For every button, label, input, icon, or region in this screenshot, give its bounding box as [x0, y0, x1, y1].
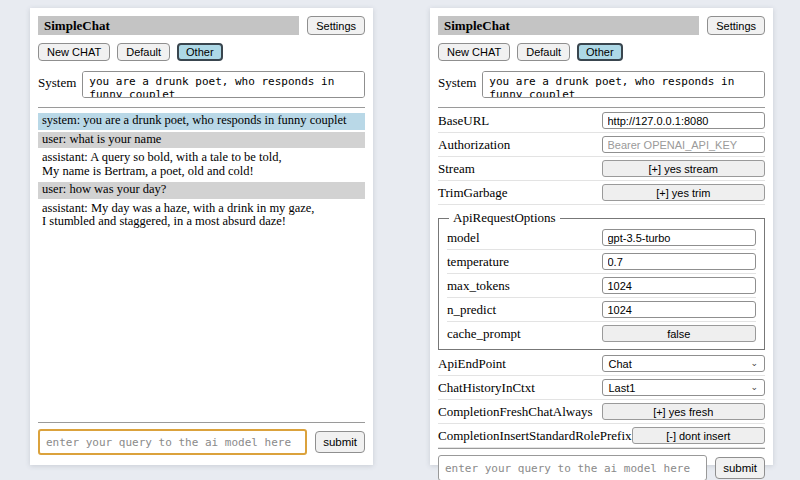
stream-toggle-button[interactable]: [+] yes stream	[602, 160, 766, 177]
divider	[38, 107, 365, 108]
authorization-label: Authorization	[438, 137, 510, 153]
app-title: SimpleChat	[438, 16, 699, 35]
cache-prompt-toggle-button[interactable]: false	[602, 325, 757, 342]
trimgarbage-toggle-button[interactable]: [+] yes trim	[602, 184, 766, 201]
setting-row-completion-insert: CompletionInsertStandardRolePrefix [-] d…	[438, 424, 765, 448]
divider	[438, 107, 765, 108]
divider	[438, 448, 765, 449]
setting-row-n-predict: n_predict	[447, 298, 756, 322]
temperature-input[interactable]	[602, 253, 757, 270]
setting-row-chat-history-in-ctxt: ChatHistoryInCtxt Last1 ⌄	[438, 376, 765, 400]
settings-form: BaseURL Authorization Stream [+] yes str…	[438, 109, 765, 448]
settings-button[interactable]: Settings	[307, 16, 365, 35]
query-input[interactable]	[438, 455, 707, 480]
query-row: submit	[438, 455, 765, 480]
chat-message-assistant: assistant: A query so bold, with a tale …	[38, 150, 365, 180]
chat-toolbar: New CHAT Default Other	[438, 43, 765, 61]
completion-fresh-label: CompletionFreshChatAlways	[438, 404, 593, 420]
system-prompt-row: System you are a drunk poet, who respond…	[438, 71, 765, 98]
chat-footer: submit	[438, 448, 765, 480]
stream-label: Stream	[438, 161, 475, 177]
submit-button[interactable]: submit	[315, 431, 365, 453]
api-endpoint-select[interactable]: Chat ⌄	[602, 355, 766, 372]
chat-messages: system: you are a drunk poet, who respon…	[38, 113, 365, 233]
completion-insert-label: CompletionInsertStandardRolePrefix	[438, 428, 632, 444]
completion-insert-toggle-button[interactable]: [-] dont insert	[632, 427, 765, 444]
chat-tab-default[interactable]: Default	[117, 43, 170, 61]
chat-toolbar: New CHAT Default Other	[38, 43, 365, 61]
setting-row-max-tokens: max_tokens	[447, 274, 756, 298]
api-request-options-group: ApiRequestOptions model temperature max_…	[438, 210, 765, 350]
settings-button[interactable]: Settings	[707, 16, 765, 35]
chat-history-in-ctxt-label: ChatHistoryInCtxt	[438, 380, 535, 396]
n-predict-label: n_predict	[447, 302, 496, 318]
chat-tab-other[interactable]: Other	[177, 43, 223, 61]
titlebar: SimpleChat Settings	[38, 16, 365, 35]
setting-row-authorization: Authorization	[438, 133, 765, 157]
cache-prompt-label: cache_prompt	[447, 326, 521, 342]
chevron-down-icon: ⌄	[750, 383, 758, 392]
chat-message-user: user: what is your name	[38, 132, 365, 149]
chat-message-assistant: assistant: My day was a haze, with a dri…	[38, 201, 365, 231]
api-request-options-legend: ApiRequestOptions	[449, 210, 560, 226]
new-chat-button[interactable]: New CHAT	[38, 43, 110, 61]
setting-row-model: model	[447, 226, 756, 250]
query-row: submit	[38, 429, 365, 457]
model-label: model	[447, 230, 480, 246]
trimgarbage-label: TrimGarbage	[438, 185, 508, 201]
chat-footer: submit	[38, 422, 365, 457]
setting-row-temperature: temperature	[447, 250, 756, 274]
setting-row-api-endpoint: ApiEndPoint Chat ⌄	[438, 352, 765, 376]
chat-panel: SimpleChat Settings New CHAT Default Oth…	[30, 8, 373, 465]
system-prompt-row: System you are a drunk poet, who respond…	[38, 71, 365, 98]
system-prompt-input[interactable]: you are a drunk poet, who responds in fu…	[482, 71, 765, 98]
setting-row-trimgarbage: TrimGarbage [+] yes trim	[438, 181, 765, 205]
chevron-down-icon: ⌄	[750, 359, 758, 368]
authorization-input[interactable]	[602, 136, 766, 153]
submit-button[interactable]: submit	[715, 457, 765, 479]
chat-history-in-ctxt-select[interactable]: Last1 ⌄	[602, 379, 766, 396]
baseurl-label: BaseURL	[438, 113, 489, 129]
setting-row-completion-fresh: CompletionFreshChatAlways [+] yes fresh	[438, 400, 765, 424]
max-tokens-label: max_tokens	[447, 278, 510, 294]
divider	[38, 422, 365, 423]
system-label: System	[38, 71, 76, 91]
baseurl-input[interactable]	[602, 112, 766, 129]
setting-row-baseurl: BaseURL	[438, 109, 765, 133]
system-label: System	[438, 71, 476, 91]
system-prompt-input[interactable]: you are a drunk poet, who responds in fu…	[82, 71, 365, 98]
chat-message-user: user: how was your day?	[38, 182, 365, 199]
setting-row-stream: Stream [+] yes stream	[438, 157, 765, 181]
titlebar: SimpleChat Settings	[438, 16, 765, 35]
api-endpoint-selected-value: Chat	[609, 358, 632, 370]
chat-tab-other[interactable]: Other	[577, 43, 623, 61]
app-title: SimpleChat	[38, 16, 299, 35]
model-input[interactable]	[602, 229, 757, 246]
chat-message-system: system: you are a drunk poet, who respon…	[38, 113, 365, 130]
new-chat-button[interactable]: New CHAT	[438, 43, 510, 61]
n-predict-input[interactable]	[602, 301, 757, 318]
chat-history-selected-value: Last1	[609, 382, 636, 394]
completion-fresh-toggle-button[interactable]: [+] yes fresh	[602, 403, 766, 420]
api-endpoint-label: ApiEndPoint	[438, 356, 506, 372]
query-input[interactable]	[38, 429, 307, 455]
temperature-label: temperature	[447, 254, 509, 270]
setting-row-cache-prompt: cache_prompt false	[447, 322, 756, 345]
settings-panel: SimpleChat Settings New CHAT Default Oth…	[430, 8, 773, 465]
chat-tab-default[interactable]: Default	[517, 43, 570, 61]
max-tokens-input[interactable]	[602, 277, 757, 294]
